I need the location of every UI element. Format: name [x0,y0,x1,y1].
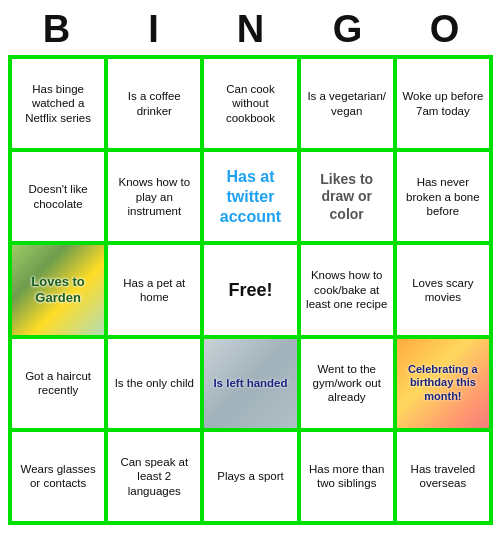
letter-o: O [400,8,490,51]
bingo-cell-r1c0[interactable]: Doesn't like chocolate [10,150,106,243]
bingo-cell-r4c3[interactable]: Has more than two siblings [299,430,395,523]
cell-label-r2c4: Loves scary movies [400,276,486,305]
cell-label-r0c1: Is a coffee drinker [111,89,197,118]
bingo-cell-r3c3[interactable]: Went to the gym/work out already [299,337,395,430]
bingo-cell-r1c3[interactable]: Likes to draw or color [299,150,395,243]
cell-label-r1c0: Doesn't like chocolate [15,182,101,211]
cell-label-r4c2: Plays a sport [217,469,283,483]
bingo-cell-r1c4[interactable]: Has never broken a bone before [395,150,491,243]
draw-label: Likes to draw or color [304,171,390,224]
bingo-grid: Has binge watched a Netflix seriesIs a c… [8,55,493,525]
letter-n: N [206,8,296,51]
cell-label-r3c3: Went to the gym/work out already [304,362,390,405]
cell-label-r3c0: Got a haircut recently [15,369,101,398]
bingo-cell-r4c1[interactable]: Can speak at least 2 languages [106,430,202,523]
bingo-cell-r0c1[interactable]: Is a coffee drinker [106,57,202,150]
cell-label-r2c1: Has a pet at home [111,276,197,305]
bingo-cell-r4c0[interactable]: Wears glasses or contacts [10,430,106,523]
bingo-cell-r3c1[interactable]: Is the only child [106,337,202,430]
letter-g: G [303,8,393,51]
bingo-cell-r2c1[interactable]: Has a pet at home [106,243,202,336]
cell-label-r4c4: Has traveled overseas [400,462,486,491]
bingo-cell-r3c4[interactable]: Celebrating a birthday this month! [395,337,491,430]
bingo-cell-r3c0[interactable]: Got a haircut recently [10,337,106,430]
cell-label-r0c0: Has binge watched a Netflix series [15,82,101,125]
letter-i: I [109,8,199,51]
free-label: Free! [228,279,272,302]
cell-label-r2c3: Knows how to cook/bake at least one reci… [304,268,390,311]
bingo-cell-r2c0[interactable]: Loves to Garden [10,243,106,336]
bingo-cell-r1c2[interactable]: Has at twitter account [202,150,298,243]
bingo-cell-r3c2[interactable]: Is left handed [202,337,298,430]
cell-label-r4c3: Has more than two siblings [304,462,390,491]
cell-label-r1c4: Has never broken a bone before [400,175,486,218]
cell-label-r0c2: Can cook without cookbook [207,82,293,125]
bingo-cell-r0c2[interactable]: Can cook without cookbook [202,57,298,150]
bingo-header: B I N G O [8,8,493,51]
bingo-cell-r2c4[interactable]: Loves scary movies [395,243,491,336]
bingo-cell-r4c2[interactable]: Plays a sport [202,430,298,523]
bingo-cell-r0c3[interactable]: Is a vegetarian/ vegan [299,57,395,150]
letter-b: B [12,8,102,51]
cell-label-r4c1: Can speak at least 2 languages [111,455,197,498]
cell-label-r1c1: Knows how to play an instrument [111,175,197,218]
cell-label-r0c4: Woke up before 7am today [400,89,486,118]
birthday-label: Celebrating a birthday this month! [400,363,486,404]
bingo-cell-r2c3[interactable]: Knows how to cook/bake at least one reci… [299,243,395,336]
bingo-cell-r1c1[interactable]: Knows how to play an instrument [106,150,202,243]
bingo-cell-r0c4[interactable]: Woke up before 7am today [395,57,491,150]
cell-label-r0c3: Is a vegetarian/ vegan [304,89,390,118]
cell-label-r4c0: Wears glasses or contacts [15,462,101,491]
lefthanded-label: Is left handed [213,376,287,390]
bingo-cell-r4c4[interactable]: Has traveled overseas [395,430,491,523]
bingo-cell-r0c0[interactable]: Has binge watched a Netflix series [10,57,106,150]
bingo-cell-r2c2[interactable]: Free! [202,243,298,336]
garden-label: Loves to Garden [15,274,101,305]
cell-label-r3c1: Is the only child [115,376,194,390]
twitter-label: Has at twitter account [207,167,293,227]
